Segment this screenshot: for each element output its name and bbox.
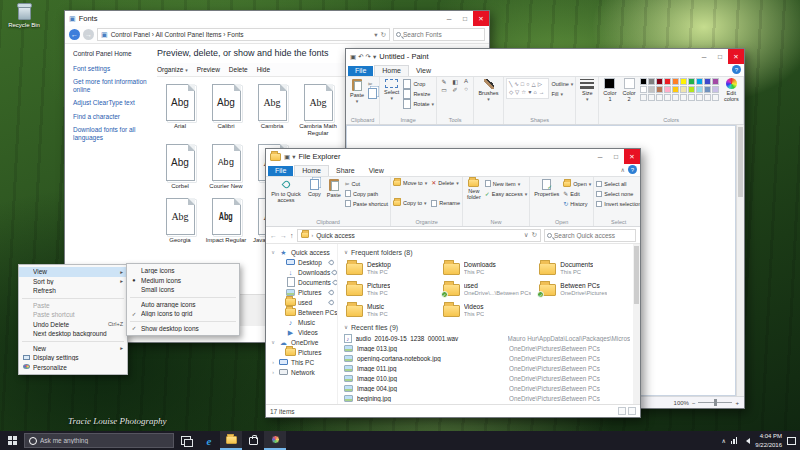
explorer-titlebar[interactable]: ▣▾ File Explorer ─ □ ✕ (266, 149, 640, 164)
color-swatch[interactable] (680, 86, 687, 93)
menu-item-medium-icons[interactable]: ●Medium icons (127, 276, 239, 286)
frequent-folder-tile[interactable]: ✓usedOneDrive\...\Between PCs (441, 279, 534, 300)
menu-item-show-desktop-icons[interactable]: ✓Show desktop icons (127, 324, 239, 334)
chevron-open-icon[interactable]: ∨ (270, 249, 276, 255)
color-swatch[interactable] (696, 86, 703, 93)
color1-button[interactable]: Color 1 (601, 78, 618, 102)
picker-tool-icon[interactable]: ✐ (450, 86, 460, 93)
cortana-search-input[interactable] (40, 437, 169, 444)
back-button[interactable]: ← (270, 232, 277, 239)
frequent-folder-tile[interactable]: VideosThis PC (441, 300, 534, 321)
eraser-tool-icon[interactable]: ▭ (439, 86, 449, 93)
select-all-button[interactable]: Select all (596, 179, 640, 188)
tab-share[interactable]: Share (329, 166, 362, 176)
color-swatch[interactable] (704, 78, 711, 85)
paste-button[interactable]: Paste (325, 178, 343, 199)
menu-item-view[interactable]: View▸ (19, 267, 127, 277)
frequent-folder-tile[interactable]: MusicThis PC (344, 300, 437, 321)
close-button[interactable]: ✕ (473, 11, 489, 26)
color-swatch[interactable] (656, 78, 663, 85)
tab-view[interactable]: View (362, 166, 391, 176)
menu-item-align-icons-to-grid[interactable]: ✓Align icons to grid (127, 309, 239, 319)
color-swatch[interactable] (648, 86, 655, 93)
menu-item-new[interactable]: New▸ (19, 344, 127, 354)
crop-button[interactable]: Crop (403, 79, 434, 88)
taskbar-edge[interactable]: e (198, 431, 220, 450)
start-button[interactable] (0, 431, 24, 450)
recent-file-row[interactable]: Image 1.pngThis PC\Pictures (344, 403, 630, 404)
minimize-button[interactable]: ─ (592, 149, 608, 164)
qat-dropdown-icon[interactable]: ▾ (373, 53, 376, 61)
forward-button[interactable]: → (83, 29, 94, 40)
address-text[interactable]: Quick access (316, 232, 355, 239)
rotate-button[interactable]: Rotate ▾ (403, 99, 434, 108)
edit-colors-button[interactable]: Edit colors (722, 78, 741, 102)
paste-shortcut-button[interactable]: Paste shortcut (345, 199, 388, 208)
network-icon[interactable] (731, 437, 738, 444)
recent-file-row[interactable]: Image 011.jpgOneDrive\Pictures\Between P… (344, 363, 630, 373)
action-center-icon[interactable] (787, 437, 796, 445)
up-button[interactable]: ↑ (290, 232, 294, 239)
menu-item-undo-delete[interactable]: Undo DeleteCtrl+Z (19, 320, 127, 330)
address-dropdown-icon[interactable]: ∨ (524, 231, 529, 239)
color-swatch[interactable] (712, 78, 719, 85)
delete-button[interactable]: ✕Delete ▾ (431, 178, 460, 187)
cut-button[interactable]: ✂Cut (345, 179, 388, 188)
empty-color-well[interactable] (712, 94, 719, 101)
chevron-closed-icon[interactable]: › (270, 359, 276, 365)
shapes-gallery[interactable]: ╲∿□○△▷ ◇▽☆♥⌂→ (506, 78, 549, 99)
frequent-folder-tile[interactable]: ✓Between PCsOneDrive\Pictures (537, 279, 630, 300)
color-swatch[interactable] (712, 86, 719, 93)
explorer-search-input[interactable] (554, 232, 633, 239)
explorer-search[interactable] (544, 229, 636, 242)
empty-color-well[interactable] (648, 94, 655, 101)
hide-button[interactable]: Hide (257, 66, 270, 73)
font-tile[interactable]: AbgArial (157, 84, 203, 137)
color-swatch[interactable] (672, 86, 679, 93)
forward-button[interactable]: → (280, 232, 287, 239)
zoom-in-icon[interactable]: + (735, 400, 739, 406)
font-tile[interactable]: AbgImpact Regular (203, 198, 249, 244)
fill-button[interactable]: Fill ▾ (551, 89, 573, 98)
menu-item-personalize[interactable]: Personalize (19, 363, 127, 373)
recent-file-row[interactable]: opening-cortana-notebook.jpgOneDrive\Pic… (344, 353, 630, 363)
fonts-task-link[interactable]: Download fonts for all languages (73, 126, 147, 142)
font-tile[interactable]: AbgCourier New (203, 144, 249, 190)
outline-button[interactable]: Outline ▾ (551, 79, 573, 88)
cut-button[interactable]: ✂ (368, 79, 377, 88)
sidebar-item-desktop[interactable]: Desktop (268, 257, 337, 267)
tab-view[interactable]: View (409, 66, 438, 76)
taskbar-clock[interactable]: 4:04 PM 9/22/2016 (755, 432, 782, 448)
color-swatch[interactable] (656, 86, 663, 93)
organize-button[interactable]: Organize ▾ (157, 66, 188, 73)
fill-tool-icon[interactable]: ◧ (450, 78, 460, 85)
color-swatch[interactable] (664, 78, 671, 85)
color-swatch[interactable] (688, 78, 695, 85)
menu-item-refresh[interactable]: Refresh (19, 286, 127, 296)
magnifier-tool-icon[interactable]: ○ (461, 86, 471, 93)
copy-button[interactable] (368, 89, 377, 98)
fonts-breadcrumb[interactable]: ▣ Control Panel › All Control Panel Item… (97, 28, 390, 41)
delete-button[interactable]: Delete (229, 66, 248, 73)
menu-item-small-icons[interactable]: Small icons (127, 285, 239, 295)
cortana-search[interactable] (24, 433, 174, 448)
breadcrumb-text[interactable]: Control Panel › All Control Panel Items … (111, 31, 244, 38)
color-swatch[interactable] (640, 86, 647, 93)
color-swatch[interactable] (648, 78, 655, 85)
copy-path-button[interactable]: Copy path (345, 189, 388, 198)
recent-file-row[interactable]: Image 010.jpgOneDrive\Pictures\Between P… (344, 373, 630, 383)
open-button[interactable]: Open ▾ (563, 179, 591, 188)
chevron-open-icon[interactable]: ∨ (270, 339, 276, 345)
empty-color-well[interactable] (688, 94, 695, 101)
text-tool-icon[interactable]: A (461, 78, 471, 85)
save-icon[interactable]: ▣ (350, 53, 356, 61)
move-to-button[interactable]: Move to ▾ (393, 178, 427, 187)
qat-icon[interactable]: ▣ (284, 153, 290, 161)
sidebar-item-onedrive[interactable]: ∨☁OneDrive (268, 337, 337, 347)
edit-button[interactable]: ✎Edit (563, 189, 591, 198)
refresh-icon[interactable]: ↻ (532, 231, 537, 239)
frequent-folder-tile[interactable]: DocumentsThis PC (537, 258, 630, 279)
back-button[interactable]: ← (69, 29, 80, 40)
menu-item-sort-by[interactable]: Sort by▸ (19, 277, 127, 287)
menu-item-next-desktop-background[interactable]: Next desktop background (19, 329, 127, 339)
